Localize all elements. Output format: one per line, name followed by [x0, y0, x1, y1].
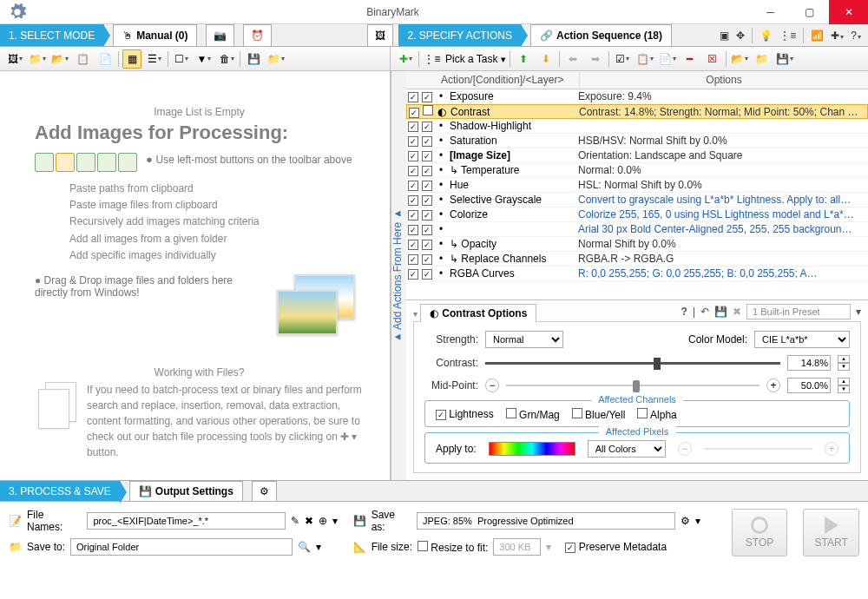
paste-paths-button[interactable]: 📄	[95, 49, 115, 69]
clock-tab[interactable]: ⏰	[243, 24, 272, 46]
settings-gear-icon[interactable]	[0, 3, 35, 22]
manual-tab[interactable]: 🖱 Manual (0)	[113, 24, 197, 46]
collapse-icon[interactable]: ▾	[413, 309, 418, 319]
action-row[interactable]: ✓✓•ColorizeColorize 255, 165, 0 using HS…	[406, 207, 868, 222]
saveas-dd-icon[interactable]: ▾	[695, 515, 700, 527]
midpoint-spinner[interactable]: ▲▼	[838, 378, 850, 393]
delete-action-button[interactable]: ━	[681, 49, 700, 69]
preserve-checkbox[interactable]: ✓ Preserve Metadata	[565, 541, 667, 553]
add-recursive-button[interactable]: 📂	[50, 49, 69, 69]
contrast-spinner[interactable]: ▲▼	[838, 355, 850, 371]
close-button[interactable]: ✕	[829, 0, 868, 24]
task-icon[interactable]: ⋮≡	[423, 49, 442, 69]
save-list-button[interactable]: 💾	[244, 49, 263, 69]
preset-chevron-icon[interactable]: ▾	[856, 306, 861, 318]
midpoint-value[interactable]	[787, 378, 831, 393]
step1-tab[interactable]: 1. SELECT MODE	[0, 24, 104, 46]
action-row[interactable]: ✓✓•HueHSL: Normal Shift by 0.0%	[406, 178, 868, 193]
step3-tab[interactable]: 3. PROCESS & SAVE	[0, 481, 121, 501]
help-icon[interactable]: ?	[681, 306, 687, 318]
select-button[interactable]: ☐	[172, 49, 191, 69]
action-row[interactable]: ✓✓•↳ OpacityNormal Shift by 0.0%	[406, 237, 868, 252]
alpha-checkbox[interactable]: Alpha	[637, 408, 676, 421]
maximize-button[interactable]: ▢	[790, 0, 829, 24]
mid-minus-icon[interactable]: −	[485, 378, 499, 392]
fn-tool4-icon[interactable]: ▾	[332, 515, 338, 527]
console-icon[interactable]: ▣	[720, 30, 729, 42]
fn-tool1-icon[interactable]: ✎	[291, 515, 299, 527]
output-gear-tab[interactable]: ⚙	[252, 481, 277, 501]
saveas-input[interactable]	[417, 512, 675, 530]
action-row[interactable]: ✓✓•[Image Size]Orientation: Landscape an…	[406, 148, 868, 163]
stop-button[interactable]: STOP	[732, 509, 788, 556]
copy-action-button[interactable]: 📋	[635, 49, 654, 69]
filenames-input[interactable]	[87, 512, 285, 530]
open-seq-button[interactable]: 📂	[730, 49, 749, 69]
action-row[interactable]: ✓✓•RGBA CurvesR: 0,0 255,255; G: 0,0 255…	[406, 267, 868, 281]
camera-tab[interactable]: 📷	[206, 24, 234, 46]
mid-plus-icon[interactable]: +	[766, 378, 780, 392]
preset-dropdown[interactable]	[746, 304, 851, 319]
pick-task-dropdown[interactable]: Pick a Task ▾	[445, 53, 506, 65]
px-plus-icon[interactable]: +	[825, 442, 838, 456]
saveto-search-icon[interactable]: 🔍	[298, 541, 311, 553]
action-row[interactable]: ✓◐ContrastContrast: 14.8%; Strength: Nor…	[406, 104, 868, 119]
step2-tab[interactable]: 2. SPECIFY ACTIONS	[398, 24, 521, 46]
strength-select[interactable]: Normal	[485, 331, 563, 348]
paste-action-button[interactable]: 📄	[658, 49, 677, 69]
lightness-checkbox[interactable]: ✓ Lightness	[436, 408, 494, 421]
view-list-button[interactable]: ☰	[145, 49, 164, 69]
action-row[interactable]: ✓✓•SaturationHSB/HSV: Normal Shift by 0.…	[406, 134, 868, 148]
saveto-dd-icon[interactable]: ▾	[316, 541, 321, 553]
start-button[interactable]: START	[803, 509, 859, 556]
output-settings-tab[interactable]: 💾 Output Settings	[129, 481, 243, 501]
fn-tool3-icon[interactable]: ⊕	[319, 515, 327, 527]
wifi-icon[interactable]: 📶	[811, 30, 824, 42]
image-tab[interactable]: 🖼	[367, 24, 393, 46]
undo-button[interactable]: ⬅	[563, 49, 582, 69]
paste-files-button[interactable]: 📋	[73, 49, 92, 69]
apply-to-select[interactable]: All Colors	[588, 440, 666, 457]
add-actions-sidebar[interactable]: ► Add Actions From Here ►	[391, 71, 406, 480]
action-row[interactable]: ✓✓•Shadow-Highlight	[406, 119, 868, 134]
action-row[interactable]: ✓✓•Arial 30 px Bold Center-Aligned 255, …	[406, 222, 868, 237]
saveto-input[interactable]	[70, 538, 293, 556]
view-thumb-button[interactable]: ▦	[122, 49, 141, 69]
actions-list[interactable]: ✓✓•ExposureExposure: 9.4%✓◐ContrastContr…	[406, 89, 868, 300]
bulb-icon[interactable]: 💡	[760, 30, 773, 42]
save-icon[interactable]: 💾	[714, 306, 727, 318]
blueyell-checkbox[interactable]: Blue/Yell	[572, 408, 626, 421]
add-image-button[interactable]: 🖼	[5, 49, 24, 69]
remove-button[interactable]: 🗑	[217, 49, 236, 69]
color-model-select[interactable]: CIE L*a*b*	[754, 331, 850, 348]
browse-seq-button[interactable]: 📁	[753, 49, 772, 69]
reset-icon[interactable]: ↶	[700, 306, 709, 318]
saveas-gear-icon[interactable]: ⚙	[681, 515, 690, 527]
check-icon[interactable]: ⋮≡	[779, 30, 796, 42]
add-folder-button[interactable]: 📁	[28, 49, 47, 69]
help-dropdown[interactable]: ?	[851, 30, 861, 42]
move-up-button[interactable]: ⬆	[514, 49, 533, 69]
action-row[interactable]: ✓✓•↳ Replace ChannelsRGBA.R -> RGBA.G	[406, 252, 868, 267]
target-icon[interactable]: ✥	[736, 30, 745, 42]
resize-checkbox[interactable]: Resize to fit:	[418, 541, 488, 554]
redo-button[interactable]: ➡	[586, 49, 605, 69]
delete-icon[interactable]: ✖	[733, 306, 741, 318]
action-sequence-tab[interactable]: 🔗 Action Sequence (18)	[530, 24, 672, 46]
minimize-button[interactable]: ─	[751, 0, 790, 24]
midpoint-slider[interactable]	[506, 380, 760, 391]
action-row[interactable]: ✓✓•↳ TemperatureNormal: 0.0%	[406, 163, 868, 178]
contrast-slider[interactable]	[485, 358, 780, 368]
move-down-button[interactable]: ⬇	[536, 49, 556, 69]
contrast-options-tab[interactable]: ◐ Contrast Options	[420, 304, 536, 322]
check-all-button[interactable]: ☑	[613, 49, 632, 69]
contrast-value[interactable]	[787, 355, 831, 371]
plus-dropdown[interactable]: ✚	[831, 30, 844, 42]
add-action-button[interactable]: ✚	[396, 49, 415, 69]
clear-actions-button[interactable]: ☒	[703, 49, 722, 69]
open-list-button[interactable]: 📁	[266, 49, 286, 69]
resize-value[interactable]	[493, 538, 541, 556]
action-row[interactable]: ✓✓•ExposureExposure: 9.4%	[406, 89, 868, 104]
action-row[interactable]: ✓✓•Selective GrayscaleConvert to graysca…	[406, 193, 868, 207]
filter-button[interactable]: ▼	[194, 49, 214, 69]
